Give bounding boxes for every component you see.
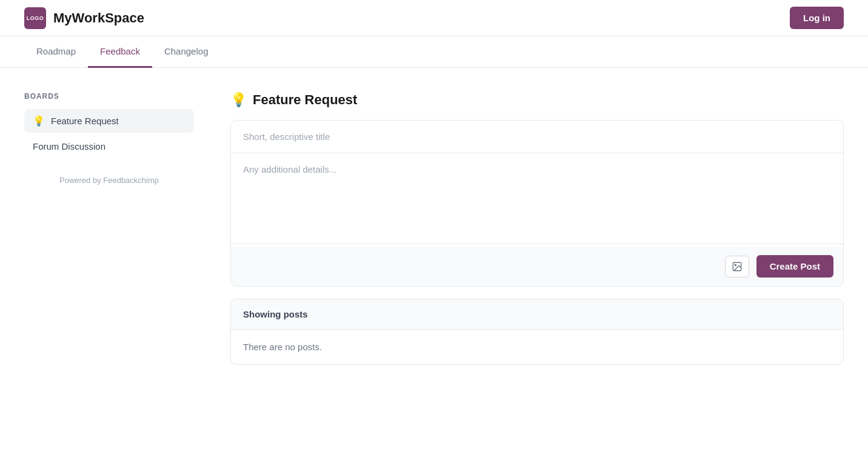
login-button[interactable]: Log in	[790, 7, 844, 29]
panel-title-icon: 💡	[230, 92, 247, 108]
nav-tabs: Roadmap Feedback Changelog	[0, 36, 868, 68]
posts-header: Showing posts	[231, 299, 843, 330]
posts-card: Showing posts There are no posts.	[230, 299, 844, 365]
image-upload-button[interactable]	[725, 256, 749, 278]
tab-roadmap[interactable]: Roadmap	[24, 36, 88, 68]
panel-title: 💡 Feature Request	[230, 92, 844, 108]
title-input[interactable]	[231, 121, 843, 153]
powered-by: Powered by Feedbackchimp	[24, 176, 194, 185]
form-card: Create Post	[230, 120, 844, 287]
sidebar-item-label: Forum Discussion	[33, 141, 105, 151]
panel-title-text: Feature Request	[253, 92, 357, 108]
posts-empty-message: There are no posts.	[231, 330, 843, 364]
details-textarea[interactable]	[231, 153, 843, 244]
sidebar-item-forum-discussion[interactable]: Forum Discussion	[24, 135, 194, 158]
tab-changelog[interactable]: Changelog	[152, 36, 221, 68]
create-post-button[interactable]: Create Post	[756, 255, 833, 278]
header: LOGO MyWorkSpace Log in	[0, 0, 868, 36]
form-actions: Create Post	[231, 247, 843, 286]
sidebar: BOARDS 💡 Feature Request Forum Discussio…	[24, 92, 194, 365]
lightbulb-icon: 💡	[33, 115, 45, 127]
tab-feedback[interactable]: Feedback	[88, 36, 152, 68]
svg-point-1	[735, 264, 736, 265]
logo: LOGO	[24, 7, 46, 29]
app-title: MyWorkSpace	[53, 10, 144, 26]
header-left: LOGO MyWorkSpace	[24, 7, 144, 29]
sidebar-item-label: Feature Request	[51, 116, 119, 126]
sidebar-item-feature-request[interactable]: 💡 Feature Request	[24, 109, 194, 133]
image-icon	[732, 261, 743, 272]
sidebar-heading: BOARDS	[24, 92, 194, 101]
main-content: BOARDS 💡 Feature Request Forum Discussio…	[0, 68, 868, 389]
main-panel: 💡 Feature Request Create Post Showing po	[230, 92, 844, 365]
